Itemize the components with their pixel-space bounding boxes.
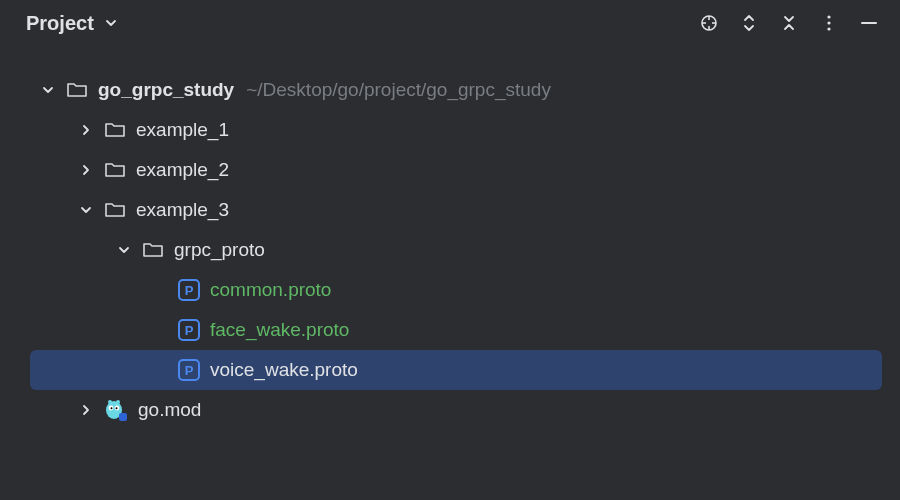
tree-node-voice-wake-proto[interactable]: P voice_wake.proto bbox=[30, 350, 882, 390]
select-opened-file-icon[interactable] bbox=[698, 12, 720, 34]
svg-point-7 bbox=[827, 27, 830, 30]
chevron-down-icon[interactable] bbox=[38, 80, 58, 100]
svg-point-10 bbox=[108, 400, 112, 404]
proto-file-icon: P bbox=[178, 279, 200, 301]
tree-node-label: example_3 bbox=[136, 199, 229, 221]
svg-point-11 bbox=[116, 400, 120, 404]
folder-icon bbox=[66, 79, 88, 101]
folder-icon bbox=[104, 199, 126, 221]
folder-icon bbox=[104, 119, 126, 141]
svg-rect-16 bbox=[119, 413, 127, 421]
tree-node-label: common.proto bbox=[210, 279, 331, 301]
svg-point-6 bbox=[827, 21, 830, 24]
folder-icon bbox=[142, 239, 164, 261]
minimize-icon[interactable] bbox=[858, 12, 880, 34]
more-options-icon[interactable] bbox=[818, 12, 840, 34]
expand-collapse-icon[interactable] bbox=[738, 12, 760, 34]
tree-node-root[interactable]: go_grpc_study ~/Desktop/go/project/go_gr… bbox=[0, 70, 900, 110]
tree-node-path: ~/Desktop/go/project/go_grpc_study bbox=[246, 79, 551, 101]
tree-node-common-proto[interactable]: P common.proto bbox=[0, 270, 900, 310]
chevron-right-icon[interactable] bbox=[76, 160, 96, 180]
chevron-right-icon[interactable] bbox=[76, 400, 96, 420]
chevron-right-icon[interactable] bbox=[76, 120, 96, 140]
tree-node-grpc-proto[interactable]: grpc_proto bbox=[0, 230, 900, 270]
tree-node-label: go_grpc_study bbox=[98, 79, 234, 101]
svg-point-14 bbox=[111, 407, 113, 409]
panel-toolbar bbox=[698, 12, 880, 34]
chevron-down-icon[interactable] bbox=[76, 200, 96, 220]
tree-node-label: go.mod bbox=[138, 399, 201, 421]
panel-title-dropdown[interactable]: Project bbox=[26, 12, 122, 35]
tree-node-example-2[interactable]: example_2 bbox=[0, 150, 900, 190]
proto-file-icon: P bbox=[178, 359, 200, 381]
project-tree: go_grpc_study ~/Desktop/go/project/go_gr… bbox=[0, 46, 900, 430]
tree-node-face-wake-proto[interactable]: P face_wake.proto bbox=[0, 310, 900, 350]
svg-point-15 bbox=[116, 407, 118, 409]
go-gopher-icon bbox=[104, 399, 128, 421]
folder-icon bbox=[104, 159, 126, 181]
chevron-down-icon[interactable] bbox=[114, 240, 134, 260]
tree-node-label: example_2 bbox=[136, 159, 229, 181]
panel-header: Project bbox=[0, 0, 900, 46]
collapse-icon[interactable] bbox=[778, 12, 800, 34]
tree-node-example-3[interactable]: example_3 bbox=[0, 190, 900, 230]
chevron-down-icon bbox=[100, 12, 122, 34]
tree-node-label: voice_wake.proto bbox=[210, 359, 358, 381]
panel-title: Project bbox=[26, 12, 94, 35]
tree-node-go-mod[interactable]: go.mod bbox=[0, 390, 900, 430]
tree-node-example-1[interactable]: example_1 bbox=[0, 110, 900, 150]
svg-point-5 bbox=[827, 15, 830, 18]
tree-node-label: face_wake.proto bbox=[210, 319, 349, 341]
tree-node-label: grpc_proto bbox=[174, 239, 265, 261]
proto-file-icon: P bbox=[178, 319, 200, 341]
tree-node-label: example_1 bbox=[136, 119, 229, 141]
